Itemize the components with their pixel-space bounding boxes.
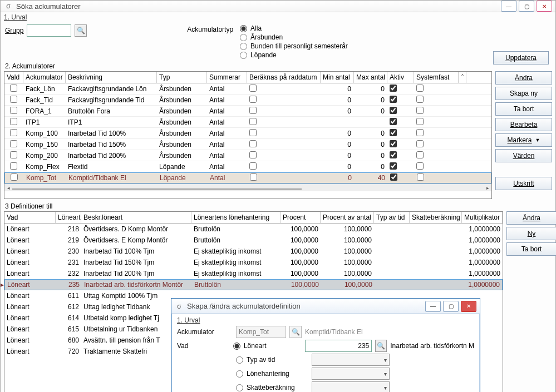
- vald-checkbox[interactable]: [10, 118, 17, 125]
- vald-checkbox[interactable]: [10, 151, 17, 158]
- systemfast-checkbox[interactable]: [416, 118, 424, 125]
- col-min: Min antal: [321, 72, 354, 83]
- beraknas-checkbox[interactable]: [249, 162, 257, 170]
- bearbeta-button[interactable]: Bearbeta: [495, 118, 552, 131]
- table-row[interactable]: Fack_LönFackavgiftsgrundande LönÅrsbunde…: [4, 83, 491, 95]
- systemfast-checkbox[interactable]: [416, 151, 424, 158]
- systemfast-checkbox[interactable]: [416, 85, 424, 92]
- table-row[interactable]: Löneart230Inarbetad Tid 100% TjmEj skatt…: [4, 246, 503, 257]
- table-row[interactable]: Komp_FlexFlextidLöpandeAntal00: [4, 161, 491, 172]
- def-andra-button[interactable]: Ändra: [506, 211, 556, 225]
- close-button[interactable]: ✕: [537, 1, 552, 12]
- skapa-ny-button[interactable]: Skapa ny: [495, 87, 552, 100]
- radio-loneart[interactable]: Löneart: [233, 342, 302, 350]
- vald-checkbox[interactable]: [11, 173, 18, 181]
- vad-value-input[interactable]: [305, 340, 372, 352]
- beraknas-checkbox[interactable]: [249, 129, 257, 136]
- vald-checkbox[interactable]: [10, 107, 17, 114]
- skatteberakning-combo[interactable]: ▾: [312, 381, 390, 392]
- systemfast-checkbox[interactable]: [416, 140, 424, 147]
- aktiv-checkbox[interactable]: [390, 173, 397, 181]
- aktiv-checkbox[interactable]: [390, 85, 397, 92]
- vald-checkbox[interactable]: [10, 96, 17, 103]
- lonehantering-combo[interactable]: ▾: [312, 368, 390, 380]
- grid-header: Vald Ackumulator Beskrivning Typ Summera…: [4, 72, 491, 83]
- aktiv-checkbox[interactable]: [390, 151, 397, 158]
- typavtid-combo[interactable]: ▾: [312, 354, 390, 366]
- radio-alla[interactable]: Alla: [240, 24, 348, 32]
- dialog-section-1: 1. Urval: [177, 316, 474, 324]
- aktiv-checkbox[interactable]: [390, 118, 397, 125]
- scroll-up-icon[interactable]: ˄: [459, 72, 466, 83]
- varden-button[interactable]: Värden: [495, 149, 552, 162]
- grid-h-scroll[interactable]: ◂▸: [4, 183, 491, 191]
- grupp-input[interactable]: [27, 24, 71, 37]
- radio-skatteberakning[interactable]: Skatteberäkning: [236, 384, 308, 391]
- systemfast-checkbox[interactable]: [417, 173, 424, 181]
- aktiv-checkbox[interactable]: [390, 129, 397, 136]
- col-summerar: Summerar: [207, 72, 247, 83]
- accum-type-label: Ackumulatortyp: [187, 24, 233, 33]
- radio-typavtid[interactable]: Typ av tid: [236, 356, 308, 364]
- radio-personlig[interactable]: Bunden till personligt semesterår: [240, 42, 348, 50]
- vald-checkbox[interactable]: [10, 85, 17, 92]
- vad-desc: Inarbetad arb. tidsförkortn M: [390, 342, 474, 350]
- table-row[interactable]: Komp_100Inarbetad Tid 100%ÅrsbundenAntal…: [4, 128, 491, 139]
- beraknas-checkbox[interactable]: [249, 118, 257, 125]
- section-2-label: 2. Ackumulatorer: [4, 61, 552, 71]
- table-row[interactable]: ▸Löneart235Inarbetad arb. tidsförkortn M…: [4, 279, 503, 290]
- main-window: σ Söka ackumulatorer — ▢ ✕ 1. Urval Grup…: [0, 0, 556, 392]
- beraknas-checkbox[interactable]: [249, 107, 257, 114]
- radio-lopande[interactable]: Löpande: [240, 51, 348, 59]
- minimize-button[interactable]: —: [501, 1, 516, 12]
- table-row[interactable]: Löneart219Övertidsers. E Komp MontörBrut…: [4, 235, 503, 246]
- table-row[interactable]: Löneart231Inarbetad Tid 150% TjmEj skatt…: [4, 257, 503, 268]
- table-row[interactable]: Komp_150Inarbetad Tid 150%ÅrsbundenAntal…: [4, 139, 491, 150]
- table-row[interactable]: FORA_1Bruttolön ForaÅrsbundenAntal00: [4, 106, 491, 117]
- aktiv-checkbox[interactable]: [390, 96, 397, 103]
- systemfast-checkbox[interactable]: [416, 107, 424, 114]
- table-row[interactable]: Löneart232Inarbetad Tid 200% TjmEj skatt…: [4, 268, 503, 279]
- beraknas-checkbox[interactable]: [249, 140, 257, 147]
- vad-search-button[interactable]: 🔍: [375, 340, 387, 352]
- col-beskrivning: Beskrivning: [66, 72, 157, 83]
- def-ny-button[interactable]: Ny: [506, 227, 556, 240]
- systemfast-checkbox[interactable]: [416, 129, 424, 136]
- def-grid-header: Vad Löneart Beskr.löneart Löneartens lön…: [4, 212, 503, 224]
- table-row[interactable]: Fack_TidFackavgiftsgrundande TidÅrsbunde…: [4, 95, 491, 106]
- aktiv-checkbox[interactable]: [390, 162, 397, 170]
- aktiv-checkbox[interactable]: [390, 107, 397, 114]
- markera-button[interactable]: Markera▼: [495, 133, 552, 147]
- ackumulatorer-grid[interactable]: Vald Ackumulator Beskrivning Typ Summera…: [4, 71, 492, 199]
- vald-checkbox[interactable]: [10, 129, 17, 136]
- utskrift-button[interactable]: Utskrift: [495, 177, 552, 190]
- andra-button[interactable]: Ändra: [495, 71, 552, 85]
- systemfast-checkbox[interactable]: [416, 162, 424, 170]
- beraknas-checkbox[interactable]: [249, 85, 257, 92]
- table-row[interactable]: Löneart218Övertidsers. D Komp MontörBrut…: [4, 224, 503, 235]
- beraknas-checkbox[interactable]: [249, 96, 257, 103]
- radio-arsbunden[interactable]: Årsbunden: [240, 33, 348, 41]
- ack-value: Komp_Tot: [236, 326, 286, 338]
- vald-checkbox[interactable]: [10, 140, 17, 147]
- systemfast-checkbox[interactable]: [416, 96, 424, 103]
- table-row[interactable]: ITP1ITP1ÅrsbundenAntal: [4, 117, 491, 128]
- def-ta-bort-button[interactable]: Ta bort: [506, 242, 556, 256]
- dialog-minimize-button[interactable]: —: [425, 301, 441, 312]
- table-row[interactable]: Komp_TotKomptid/Tidbank ElLöpandeAntal04…: [4, 172, 491, 183]
- beraknas-checkbox[interactable]: [250, 173, 257, 181]
- col-typ: Typ: [157, 72, 207, 83]
- ack-label: Ackumulator: [177, 328, 233, 336]
- radio-lonehantering[interactable]: Lönehantering: [236, 370, 308, 378]
- vald-checkbox[interactable]: [10, 162, 17, 170]
- dialog-close-button[interactable]: ✕: [461, 301, 476, 312]
- aktiv-checkbox[interactable]: [390, 140, 397, 147]
- dialog-maximize-button[interactable]: ▢: [443, 301, 459, 312]
- ack-search-icon: 🔍: [289, 326, 302, 338]
- beraknas-checkbox[interactable]: [249, 151, 257, 158]
- table-row[interactable]: Komp_200Inarbetad Tid 200%ÅrsbundenAntal…: [4, 150, 491, 161]
- maximize-button[interactable]: ▢: [519, 1, 534, 12]
- col-vald: Vald: [4, 72, 23, 83]
- grupp-search-button[interactable]: 🔍: [75, 24, 87, 37]
- ta-bort-button[interactable]: Ta bort: [495, 102, 552, 116]
